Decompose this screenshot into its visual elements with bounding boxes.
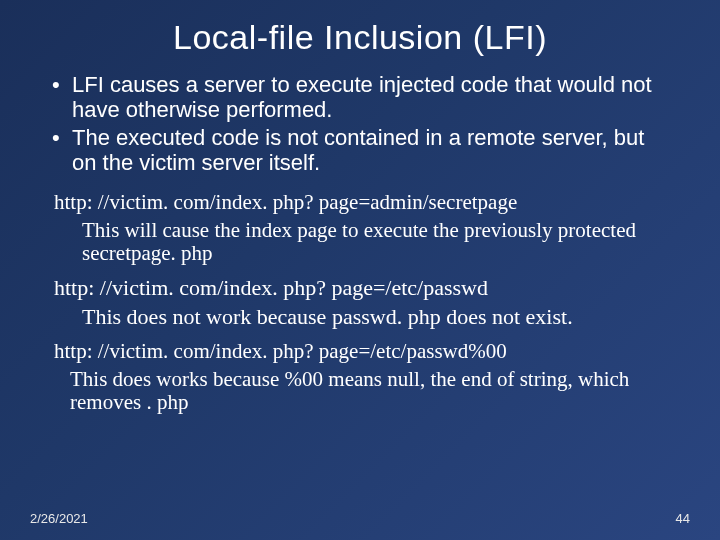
example-2: http: //victim. com/index. php? page=/et… — [54, 275, 680, 329]
example-url: http: //victim. com/index. php? page=/et… — [54, 275, 680, 301]
example-explain: This does not work because passwd. php d… — [82, 305, 680, 329]
example-url: http: //victim. com/index. php? page=/et… — [54, 339, 680, 364]
page-title: Local-file Inclusion (LFI) — [40, 18, 680, 57]
bullet-item: LFI causes a server to execute injected … — [50, 73, 670, 122]
bullet-list: LFI causes a server to execute injected … — [50, 73, 670, 176]
example-explain: This will cause the index page to execut… — [82, 219, 680, 265]
example-explain: This does works because %00 means null, … — [70, 368, 680, 414]
footer-date: 2/26/2021 — [30, 511, 88, 526]
example-url: http: //victim. com/index. php? page=adm… — [54, 190, 680, 215]
footer: 2/26/2021 44 — [0, 511, 720, 526]
example-1: http: //victim. com/index. php? page=adm… — [54, 190, 680, 265]
footer-page: 44 — [676, 511, 690, 526]
slide: Local-file Inclusion (LFI) LFI causes a … — [0, 0, 720, 540]
bullet-item: The executed code is not contained in a … — [50, 126, 670, 175]
example-3: http: //victim. com/index. php? page=/et… — [54, 339, 680, 414]
